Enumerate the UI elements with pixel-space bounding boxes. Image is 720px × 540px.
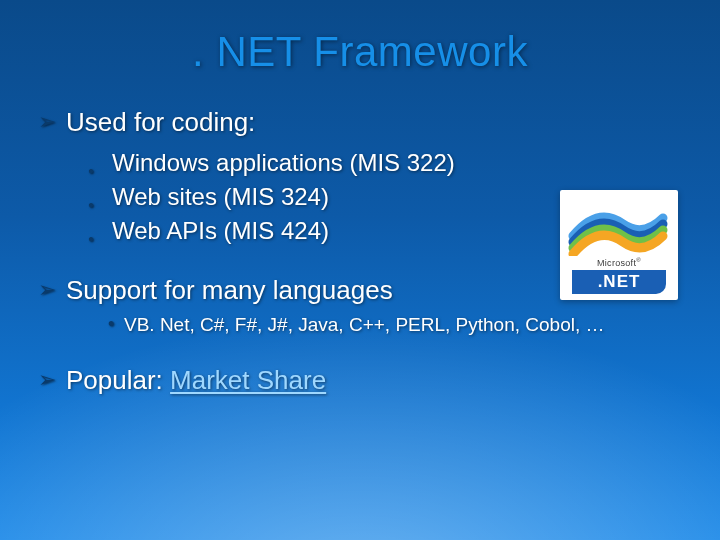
block-popular: Popular: Market Share	[44, 360, 676, 400]
bullet-popular: Popular: Market Share	[44, 360, 676, 400]
sub-sub-item-languages: VB. Net, C#, F#, J#, Java, C++, PERL, Py…	[108, 312, 676, 338]
sub-item-windows-apps: Windows applications (MIS 322)	[92, 146, 676, 180]
logo-brand: Microsoft	[597, 258, 636, 268]
bullet-text: Support for many languages	[66, 275, 393, 305]
slide-title: . NET Framework	[0, 0, 720, 76]
logo-net-box: .NET	[572, 270, 666, 294]
market-share-link[interactable]: Market Share	[170, 365, 326, 395]
sub-sub-list-languages: VB. Net, C#, F#, J#, Java, C++, PERL, Py…	[44, 312, 676, 338]
microsoft-dotnet-logo: Microsoft® .NET	[560, 190, 678, 300]
logo-reg: ®	[636, 257, 641, 263]
slide: . NET Framework Used for coding: Windows…	[0, 0, 720, 540]
logo-brand-text: Microsoft®	[597, 257, 641, 268]
bullet-text: Used for coding:	[66, 107, 255, 137]
bullet-used-for-coding: Used for coding:	[44, 102, 676, 142]
bullet-prefix: Popular:	[66, 365, 170, 395]
dotnet-wave-icon	[568, 196, 668, 256]
